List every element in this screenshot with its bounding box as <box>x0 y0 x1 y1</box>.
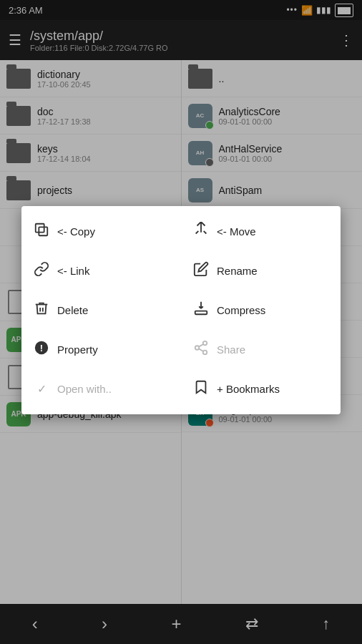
delete-icon <box>33 301 50 320</box>
delete-menu-item[interactable]: Delete <box>21 291 181 330</box>
link-menu-item[interactable]: <- Link <box>21 251 181 291</box>
svg-point-7 <box>203 351 207 355</box>
svg-rect-2 <box>195 311 207 315</box>
share-icon <box>192 340 210 359</box>
openwith-label: Open with.. <box>57 383 112 395</box>
property-label: Property <box>57 343 98 356</box>
compress-label: Compress <box>217 304 265 316</box>
share-menu-item[interactable]: Share <box>181 330 341 369</box>
svg-rect-1 <box>36 224 44 233</box>
delete-label: Delete <box>57 304 88 316</box>
move-menu-item[interactable]: <- Move <box>181 212 341 251</box>
svg-text:!: ! <box>40 343 43 353</box>
copy-icon <box>33 222 50 241</box>
rename-icon <box>192 261 210 280</box>
copy-menu-item[interactable]: <- Copy <box>21 212 181 251</box>
bookmarks-menu-item[interactable]: + Bookmarks <box>181 369 341 409</box>
svg-rect-0 <box>39 227 47 235</box>
link-icon <box>33 261 50 280</box>
context-menu-grid: <- Copy <- Move <- Link <box>21 212 341 409</box>
context-overlay[interactable]: <- Copy <- Move <- Link <box>0 0 362 644</box>
compress-menu-item[interactable]: Compress <box>181 291 341 330</box>
svg-point-6 <box>195 346 200 350</box>
link-label: <- Link <box>57 265 89 277</box>
openwith-menu-item[interactable]: ✓ Open with.. <box>21 369 181 409</box>
compress-icon <box>192 301 210 320</box>
move-icon <box>192 222 210 241</box>
context-menu: <- Copy <- Move <- Link <box>21 206 341 414</box>
property-icon: ! <box>33 340 50 359</box>
svg-point-5 <box>203 341 207 346</box>
rename-label: Rename <box>217 265 258 277</box>
bookmarks-label: + Bookmarks <box>217 383 280 395</box>
move-label: <- Move <box>217 225 256 238</box>
bookmarks-icon <box>192 379 210 399</box>
share-label: Share <box>217 343 245 356</box>
openwith-icon: ✓ <box>33 382 50 396</box>
rename-menu-item[interactable]: Rename <box>181 251 341 291</box>
copy-label: <- Copy <box>57 225 95 238</box>
property-menu-item[interactable]: ! Property <box>21 330 181 369</box>
